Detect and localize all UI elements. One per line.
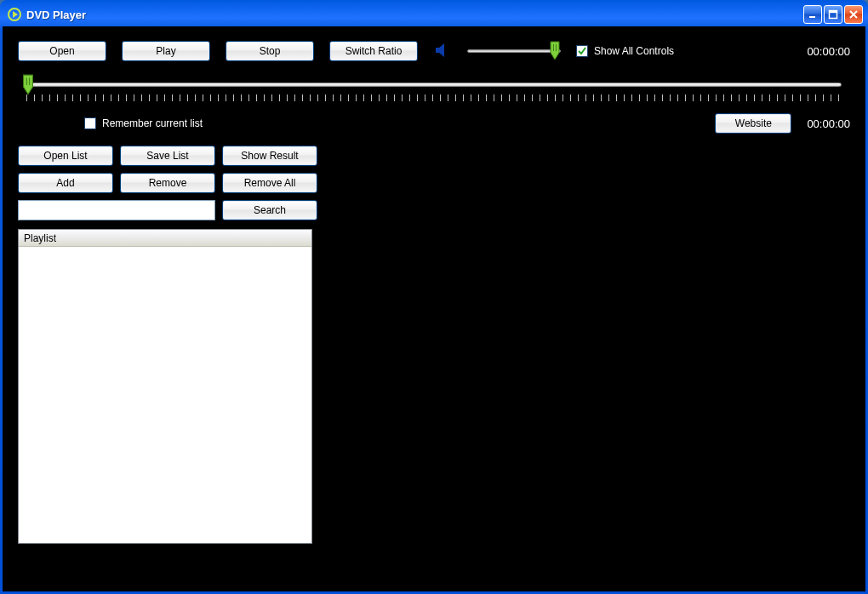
seek-bar[interactable] [18,74,850,108]
window-controls [803,5,863,24]
website-button[interactable]: Website [715,113,791,134]
open-button[interactable]: Open [18,41,106,61]
svg-rect-3 [830,11,837,14]
client-area: Open Play Stop Switch Ratio Show All Con… [3,26,865,591]
secondary-row: Remember current list Website 00:00:00 [18,111,850,135]
speaker-icon [433,41,452,61]
stop-button[interactable]: Stop [226,41,314,61]
show-result-button[interactable]: Show Result [222,146,317,166]
seek-thumb[interactable] [21,74,35,96]
window-title: DVD Player [26,9,803,21]
playlist-toolbar: Open List Save List Show Result Add Remo… [18,146,850,220]
switch-ratio-button[interactable]: Switch Ratio [329,41,418,61]
svg-rect-6 [26,77,27,85]
open-list-button[interactable]: Open List [18,146,113,166]
maximize-button[interactable] [824,5,842,24]
titlebar[interactable]: DVD Player [3,3,865,26]
volume-thumb[interactable] [549,41,561,61]
total-time: 00:00:00 [807,117,850,130]
remember-list-checkbox[interactable]: Remember current list [84,117,203,129]
close-button[interactable] [844,5,863,24]
remove-button[interactable]: Remove [120,173,215,193]
show-all-controls-checkbox[interactable]: Show All Controls [576,45,674,57]
svg-rect-1 [809,16,815,18]
play-button[interactable]: Play [122,41,210,61]
playlist-body[interactable] [19,247,311,543]
volume-track [467,49,561,53]
search-input[interactable] [18,200,215,220]
playlist-panel: Playlist [18,229,312,544]
search-button[interactable]: Search [222,200,317,220]
main-toolbar: Open Play Stop Switch Ratio Show All Con… [18,38,850,64]
minimize-button[interactable] [803,5,822,24]
svg-rect-7 [29,77,30,85]
remember-list-label: Remember current list [102,117,203,129]
remove-all-button[interactable]: Remove All [222,173,317,193]
add-button[interactable]: Add [18,173,113,193]
elapsed-time: 00:00:00 [807,45,850,58]
volume-slider[interactable] [467,43,561,60]
app-icon [8,8,21,21]
app-window: DVD Player Open Play Stop Switch Ratio [0,0,868,594]
save-list-button[interactable]: Save List [120,146,215,166]
checkbox-icon [84,117,96,129]
seek-track [26,83,842,87]
checkbox-icon [576,45,588,57]
svg-rect-5 [556,44,557,51]
show-all-controls-label: Show All Controls [594,45,674,57]
playlist-header[interactable]: Playlist [19,230,311,247]
svg-rect-4 [553,44,554,51]
seek-ticks [26,94,842,101]
